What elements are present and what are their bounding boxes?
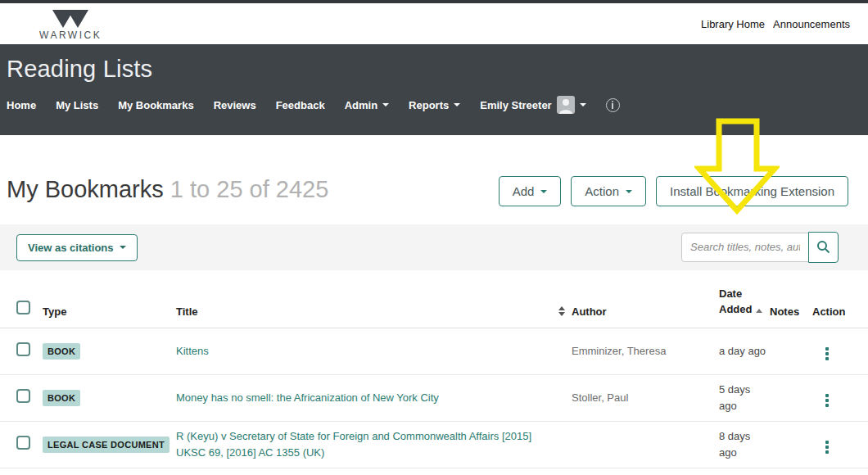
date-added-cell: a day ago: [719, 343, 770, 360]
nav-admin-label: Admin: [345, 99, 377, 111]
row-actions-kebab-icon[interactable]: [821, 344, 834, 364]
search-icon: [816, 240, 830, 254]
search-group: [681, 233, 839, 263]
author-cell: Emminizer, Theresa: [572, 345, 719, 357]
warwick-logo-word: WARWICK: [39, 29, 102, 41]
warwick-logo[interactable]: WARWICK: [39, 10, 102, 41]
view-as-citations-label: View as citations: [28, 242, 114, 254]
table-row: BOOK Kittens Emminizer, Theresa a day ag…: [0, 328, 868, 375]
bookmark-title-link[interactable]: R (Keyu) v Secretary of State for Foreig…: [176, 428, 572, 461]
chevron-down-icon: [454, 103, 460, 106]
filter-bar: View as citations: [0, 224, 868, 270]
chevron-down-icon: [540, 190, 547, 193]
site-header: Reading Lists Home My Lists My Bookmarks…: [0, 44, 868, 135]
date-added-cell: 5 days ago: [719, 382, 770, 414]
search-button[interactable]: [808, 232, 839, 263]
row-checkbox[interactable]: [16, 436, 30, 450]
date-added-cell: 8 days ago: [719, 428, 770, 460]
type-badge: BOOK: [43, 343, 80, 360]
view-as-citations-dropdown[interactable]: View as citations: [16, 234, 138, 261]
result-range: 1 to 25 of 2425: [170, 176, 329, 202]
user-name: Emily Streeter: [480, 99, 551, 111]
yellow-down-arrow-annotation: [694, 118, 780, 216]
topbar: WARWICK Library Home Announcements: [0, 3, 868, 44]
bookmark-title-link[interactable]: Kittens: [176, 343, 233, 360]
nav-admin-dropdown[interactable]: Admin: [345, 99, 389, 111]
nav-feedback[interactable]: Feedback: [276, 99, 325, 111]
col-header-action: Action: [812, 305, 852, 318]
page-title: My Bookmarks 1 to 25 of 2425: [7, 176, 328, 203]
topbar-links: Library Home Announcements: [701, 18, 850, 30]
site-title: Reading Lists: [7, 56, 868, 83]
type-badge: BOOK: [43, 390, 80, 406]
nav-my-lists[interactable]: My Lists: [56, 99, 98, 111]
author-cell: Stoller, Paul: [572, 391, 719, 404]
page-title-text: My Bookmarks: [7, 176, 164, 202]
table-header: Type Title Author Date Added Notes Actio…: [0, 270, 868, 328]
date-added-label: Date Added: [719, 287, 752, 315]
col-header-author: Author: [572, 305, 719, 318]
sort-ascending-icon: [756, 309, 762, 313]
avatar: [557, 96, 575, 114]
row-actions-kebab-icon[interactable]: [821, 391, 834, 410]
col-header-date-added[interactable]: Date Added: [719, 287, 770, 318]
sort-icon[interactable]: [558, 306, 565, 316]
library-home-link[interactable]: Library Home: [701, 18, 765, 30]
nav-reports-label: Reports: [409, 99, 449, 111]
row-actions-kebab-icon[interactable]: [821, 437, 834, 457]
col-header-notes: Notes: [770, 305, 812, 318]
action-dropdown-button[interactable]: Action: [571, 176, 646, 206]
info-icon[interactable]: [606, 98, 620, 112]
bookmark-title-link[interactable]: Money has no smell: the Africanization o…: [176, 390, 463, 406]
add-label: Add: [513, 184, 535, 198]
chevron-down-icon: [626, 190, 632, 193]
col-header-type: Type: [43, 305, 176, 318]
table-row: LEGAL CASE DOCUMENT R (Keyu) v Secretary…: [0, 422, 868, 468]
table-row: BOOK Money has no smell: the Africanizat…: [0, 375, 868, 422]
row-checkbox[interactable]: [16, 342, 30, 356]
info-glyph: [612, 101, 613, 109]
chevron-down-icon: [120, 246, 126, 249]
nav-my-bookmarks[interactable]: My Bookmarks: [118, 99, 193, 111]
nav-home[interactable]: Home: [7, 99, 36, 111]
warwick-logo-icon: [52, 10, 88, 28]
action-label: Action: [585, 184, 619, 198]
search-input[interactable]: [681, 233, 809, 262]
main-nav: Home My Lists My Bookmarks Reviews Feedb…: [7, 96, 868, 114]
row-checkbox[interactable]: [16, 389, 30, 403]
toolbar-buttons: Add Action Install Bookmarking Extension: [499, 176, 848, 206]
chevron-down-icon: [382, 103, 389, 106]
chevron-down-icon: [580, 103, 586, 106]
col-header-title: Title: [176, 305, 198, 318]
announcements-link[interactable]: Announcements: [773, 18, 850, 30]
nav-user-menu[interactable]: Emily Streeter: [480, 96, 585, 114]
select-all-checkbox[interactable]: [16, 301, 30, 314]
nav-reports-dropdown[interactable]: Reports: [409, 99, 460, 111]
add-dropdown-button[interactable]: Add: [499, 176, 562, 206]
type-badge: LEGAL CASE DOCUMENT: [43, 437, 170, 453]
nav-reviews[interactable]: Reviews: [214, 99, 256, 111]
